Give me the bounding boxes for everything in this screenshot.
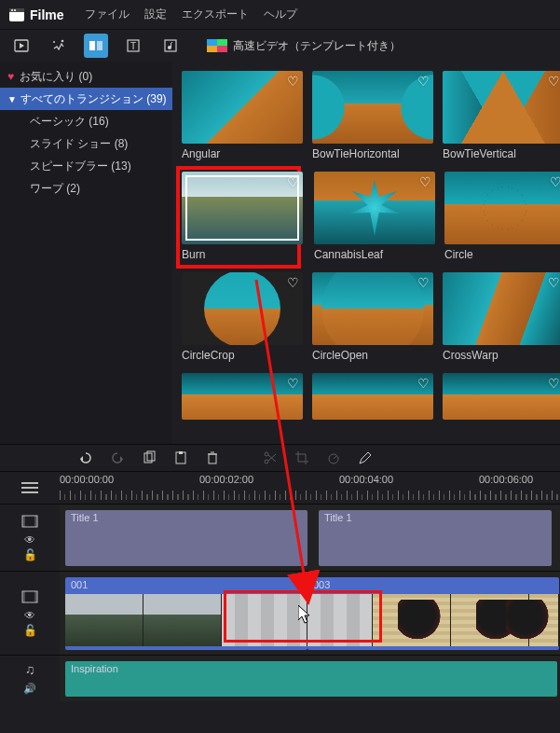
eye-icon[interactable]: 👁 [24, 533, 35, 546]
heart-outline-icon[interactable]: ♡ [287, 275, 299, 290]
title-track-body[interactable]: Title 1 Title 1 [60, 505, 560, 571]
sidebar-all-transitions-label: すべてのトランジション (39) [20, 91, 167, 107]
gallery-label: CircleCrop [182, 349, 303, 364]
redo-icon[interactable] [110, 450, 125, 465]
hamburger-icon [21, 482, 38, 493]
heart-outline-icon[interactable]: ♡ [419, 174, 431, 189]
gallery-item-circleopen[interactable]: ♡ CircleOpen [312, 272, 433, 364]
sidebar-item-label: スライド ショー (8) [30, 136, 128, 152]
gallery-item-bowtie-h[interactable]: ♡ BowTieHorizontal [312, 71, 433, 162]
heart-outline-icon[interactable]: ♡ [548, 74, 560, 89]
lock-icon[interactable]: 🔓 [23, 548, 37, 561]
gallery-label: Circle [444, 248, 560, 263]
gallery-label: CannabisLeaf [314, 248, 435, 263]
track-head: 👁 🔓 [0, 572, 60, 655]
sidebar-favorites[interactable]: ♥ お気に入り (0) [0, 65, 172, 88]
svg-point-27 [265, 460, 268, 463]
gallery-item-12[interactable]: ♡ [443, 373, 560, 420]
gallery-item-circlecrop[interactable]: ♡ CircleCrop [182, 272, 303, 364]
title-clip-1[interactable]: Title 1 [65, 510, 307, 566]
eye-icon[interactable]: 👁 [24, 609, 35, 622]
heart-outline-icon[interactable]: ♡ [287, 74, 299, 89]
svg-marker-5 [20, 43, 24, 48]
gallery-thumb: ♡ [182, 71, 303, 144]
film-icon [21, 515, 38, 528]
title-clip-2[interactable]: Title 1 [319, 510, 552, 566]
speed-icon[interactable] [326, 450, 341, 465]
delete-icon[interactable] [205, 450, 220, 465]
clip-label: 001 [71, 579, 88, 590]
media-library-icon[interactable] [9, 34, 34, 58]
menu-help[interactable]: ヘルプ [264, 7, 297, 22]
svg-point-26 [265, 452, 268, 456]
svg-point-6 [61, 40, 64, 43]
audio-track-body[interactable]: Inspiration [60, 656, 560, 701]
sidebar-item-basic[interactable]: ベーシック (16) [0, 110, 172, 132]
lock-icon[interactable]: 🔓 [23, 624, 37, 637]
video-track-body[interactable]: 001 003 [60, 572, 560, 655]
gallery-item-burn[interactable]: ♡ Burn [178, 168, 299, 267]
gallery-thumb: ♡ [314, 172, 435, 244]
gallery-item-cannabisleaf[interactable]: ♡ CannabisLeaf [314, 172, 435, 263]
timeline-ruler[interactable]: 00:00:00:00 00:00:02:00 00:00:04:00 00:0… [60, 472, 560, 504]
audio-clip-1[interactable]: Inspiration [65, 661, 557, 697]
speaker-icon[interactable]: 🔊 [23, 683, 36, 695]
gallery-item-10[interactable]: ♡ [182, 373, 303, 420]
sidebar-item-warp[interactable]: ワープ (2) [0, 177, 172, 200]
gallery-label: BowTieVertical [443, 147, 560, 162]
gallery-label: CircleOpen [312, 349, 433, 364]
gallery-label: Burn [182, 248, 295, 263]
video-track: 👁 🔓 001 003 [0, 571, 560, 655]
timeline-toolbar [0, 444, 560, 472]
heart-outline-icon[interactable]: ♡ [417, 275, 430, 290]
effects-icon[interactable] [47, 34, 71, 58]
svg-rect-13 [207, 39, 217, 46]
menu-settings[interactable]: 設定 [144, 7, 167, 22]
text-icon[interactable]: T [121, 34, 145, 58]
sidebar-all-transitions[interactable]: ▼ すべてのトランジション (39) [0, 88, 172, 110]
sidebar-item-slideshow[interactable]: スライド ショー (8) [0, 132, 172, 155]
timeline-menu-button[interactable] [0, 482, 60, 493]
sidebar: ♥ お気に入り (0) ▼ すべてのトランジション (39) ベーシック (16… [0, 62, 172, 444]
svg-rect-9 [97, 41, 102, 50]
sidebar-item-speedblur[interactable]: スピードブラー (13) [0, 155, 172, 177]
fast-template-chip[interactable]: 高速ビデオ（テンプレート付き） [207, 38, 401, 54]
app-logo-icon [7, 6, 26, 24]
copy-icon[interactable] [142, 450, 157, 465]
split-icon[interactable] [263, 450, 278, 465]
svg-rect-16 [217, 46, 227, 52]
heart-outline-icon[interactable]: ♡ [548, 275, 560, 290]
svg-rect-34 [22, 591, 25, 602]
edit-icon[interactable] [358, 450, 373, 465]
gallery-item-crosswarp[interactable]: ♡ CrossWarp [443, 272, 560, 364]
clip-label: Title 1 [324, 512, 352, 523]
title-bar: Filme ファイル 設定 エクスポート ヘルプ [0, 0, 560, 30]
heart-outline-icon[interactable]: ♡ [417, 376, 430, 391]
cursor-icon [298, 605, 313, 626]
heart-outline-icon[interactable]: ♡ [287, 174, 299, 189]
heart-outline-icon[interactable]: ♡ [550, 174, 560, 189]
clip-thumb [143, 594, 222, 646]
main-area: ♥ お気に入り (0) ▼ すべてのトランジション (39) ベーシック (16… [0, 62, 560, 444]
heart-outline-icon[interactable]: ♡ [287, 376, 299, 391]
gallery-item-11[interactable]: ♡ [312, 373, 433, 420]
crop-icon[interactable] [294, 450, 309, 465]
heart-icon: ♥ [7, 70, 14, 83]
gallery-thumb: ♡ [443, 373, 560, 420]
transitions-icon[interactable] [84, 34, 108, 58]
gallery-label: CrossWarp [443, 349, 560, 364]
gallery-item-bowtie-v[interactable]: ♡ BowTieVertical [443, 71, 560, 162]
paste-icon[interactable] [173, 450, 188, 465]
music-icon: ♫ [25, 662, 35, 677]
gallery-thumb: ♡ [444, 172, 560, 244]
sidebar-item-label: ベーシック (16) [30, 114, 109, 130]
audio-icon[interactable] [158, 34, 183, 58]
undo-icon[interactable] [78, 450, 93, 465]
menu-file[interactable]: ファイル [85, 7, 130, 22]
heart-outline-icon[interactable]: ♡ [548, 376, 560, 391]
menu-export[interactable]: エクスポート [182, 7, 249, 22]
gallery-item-circle[interactable]: ♡ Circle [444, 172, 560, 263]
gallery-item-angular[interactable]: ♡ Angular [182, 71, 303, 162]
chevron-down-icon: ▼ [7, 94, 17, 104]
heart-outline-icon[interactable]: ♡ [417, 74, 430, 89]
